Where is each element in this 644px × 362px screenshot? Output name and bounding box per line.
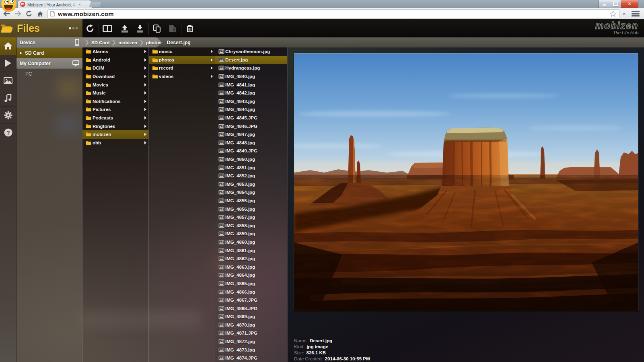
file-row[interactable]: IMG_4849.JPG — [215, 147, 287, 155]
folder-row[interactable]: Alarms — [82, 47, 148, 56]
rail-help-icon[interactable]: ? — [0, 124, 16, 141]
tab-title: Mobizen | Your Android, A — [27, 2, 76, 7]
folder-row[interactable]: Pictures — [82, 105, 148, 114]
file-row[interactable]: IMG_4850.jpg — [215, 155, 287, 164]
folder-row[interactable]: Music — [82, 89, 148, 97]
file-row[interactable]: IMG_4854.jpg — [215, 188, 287, 197]
file-row[interactable]: IMG_4857.jpg — [215, 213, 287, 222]
folder-row[interactable]: Android — [82, 56, 148, 64]
file-row[interactable]: IMG_4862.jpg — [215, 255, 287, 263]
upload-button[interactable] — [117, 22, 132, 35]
minimize-button[interactable] — [598, 0, 610, 8]
folder-row[interactable]: mobizen — [82, 130, 148, 139]
delete-button[interactable] — [182, 22, 198, 35]
file-row[interactable]: IMG_4855.jpg — [215, 197, 287, 205]
file-row[interactable]: IMG_4851.jpg — [215, 163, 287, 172]
file-row[interactable]: IMG_4848.jpg — [215, 139, 287, 147]
file-row[interactable]: IMG_4841.jpg — [215, 80, 287, 89]
files-menu-dots[interactable] — [69, 27, 78, 29]
folder-row[interactable]: Podcasts — [82, 114, 148, 122]
browser-tab[interactable]: m Mobizen | Your Android, A × — [18, 0, 92, 8]
folder-row[interactable]: music — [149, 47, 215, 56]
column-view-button[interactable] — [100, 22, 115, 35]
rail-gallery-icon[interactable] — [0, 72, 16, 89]
pc-item[interactable]: PC — [16, 69, 82, 79]
forward-icon[interactable] — [13, 9, 23, 18]
tab-close-icon[interactable]: × — [77, 2, 82, 7]
file-row[interactable]: IMG_4867.JPG — [215, 296, 287, 304]
file-row[interactable]: Chrysanthemum.jpg — [215, 47, 287, 56]
rail-music-icon[interactable] — [0, 89, 16, 107]
folder-row[interactable]: Ringtones — [82, 122, 148, 130]
expand-arrow-icon — [144, 116, 146, 119]
breadcrumb-segment[interactable]: photos — [137, 39, 161, 46]
rail-settings-icon[interactable] — [0, 107, 16, 124]
refresh-button[interactable] — [82, 22, 98, 35]
file-row[interactable]: IMG_4852.jpg — [215, 172, 287, 180]
new-tab-button[interactable] — [89, 2, 102, 7]
expand-arrow-icon — [144, 58, 146, 62]
download-button-toolbar[interactable] — [132, 22, 148, 35]
file-row[interactable]: IMG_4840.jpg — [215, 72, 287, 81]
folder-row[interactable]: obb — [82, 139, 148, 147]
file-row[interactable]: IMG_4844.jpg — [215, 105, 287, 114]
file-row[interactable]: IMG_4869.jpg — [215, 313, 287, 321]
close-button[interactable]: ✕ — [621, 0, 638, 8]
maximize-button[interactable] — [610, 0, 621, 8]
folder-row[interactable]: DCIM — [82, 64, 148, 72]
paste-button[interactable] — [165, 22, 180, 35]
folder-row[interactable]: Notifications — [82, 97, 148, 106]
file-row[interactable]: IMG_4842.jpg — [215, 89, 287, 97]
file-row[interactable]: IMG_4866.jpg — [215, 288, 287, 296]
folder-icon — [86, 66, 93, 70]
copy-button[interactable] — [150, 22, 165, 35]
file-row[interactable]: IMG_4860.jpg — [215, 238, 287, 247]
file-row[interactable]: Hydrangeas.jpg — [215, 64, 287, 72]
breadcrumb-segment[interactable]: mobizen — [109, 39, 137, 46]
file-row[interactable]: IMG_4872.jpg — [215, 337, 287, 346]
rail-home-icon[interactable] — [0, 37, 16, 55]
file-row[interactable]: IMG_4843.jpg — [215, 97, 287, 106]
home-icon[interactable] — [35, 9, 45, 18]
file-row[interactable]: IMG_4865.jpg — [215, 280, 287, 288]
folder-icon — [86, 49, 93, 54]
file-row[interactable]: IMG_4858.jpg — [215, 221, 287, 230]
rail-video-icon[interactable] — [0, 55, 16, 72]
url-bar[interactable]: www.mobizen.com — [47, 9, 619, 19]
breadcrumb-segment[interactable]: SD Card — [82, 39, 109, 46]
file-row[interactable]: IMG_4863.jpg — [215, 263, 287, 271]
sd-card-item[interactable]: SD Card — [16, 48, 82, 58]
image-file-icon — [218, 298, 225, 302]
menu-icon[interactable] — [632, 11, 640, 16]
file-row[interactable]: IMG_4868.JPG — [215, 304, 287, 313]
file-row[interactable]: Desert.jpg — [215, 56, 287, 64]
folder-icon — [86, 140, 93, 145]
file-row[interactable]: IMG_4861.jpg — [215, 246, 287, 255]
folder-row[interactable]: record — [149, 64, 215, 72]
file-row[interactable]: IMG_4853.jpg — [215, 180, 287, 189]
folder-row[interactable]: videos — [149, 72, 215, 81]
page-icon — [50, 11, 55, 16]
url-text[interactable]: www.mobizen.com — [58, 10, 610, 17]
file-row[interactable]: IMG_4846.JPG — [215, 122, 287, 130]
toolbar-overflow-icon[interactable]: » — [623, 11, 625, 17]
file-row[interactable]: IMG_4870.jpg — [215, 321, 287, 329]
folder-row[interactable]: Download — [82, 72, 148, 81]
file-row[interactable]: IMG_4873.jpg — [215, 346, 287, 354]
bookmark-star-icon[interactable] — [610, 10, 617, 17]
reload-icon[interactable] — [24, 9, 34, 18]
file-row[interactable]: IMG_4859.jpg — [215, 230, 287, 238]
folder-row[interactable]: photos — [149, 56, 215, 64]
image-file-icon — [218, 107, 225, 112]
folder-icon — [86, 58, 93, 62]
detail-line: Size: 826.1 KB — [294, 350, 370, 356]
file-row[interactable]: IMG_4856.jpg — [215, 205, 287, 213]
file-row[interactable]: IMG_4845.JPG — [215, 114, 287, 122]
image-file-icon — [218, 306, 225, 311]
image-file-icon — [218, 124, 225, 129]
file-row[interactable]: IMG_4871.JPG — [215, 329, 287, 337]
file-row[interactable]: IMG_4874.JPG — [215, 354, 287, 362]
file-row[interactable]: IMG_4847.jpg — [215, 130, 287, 139]
folder-row[interactable]: Movies — [82, 80, 148, 89]
file-row[interactable]: IMG_4864.jpg — [215, 271, 287, 280]
